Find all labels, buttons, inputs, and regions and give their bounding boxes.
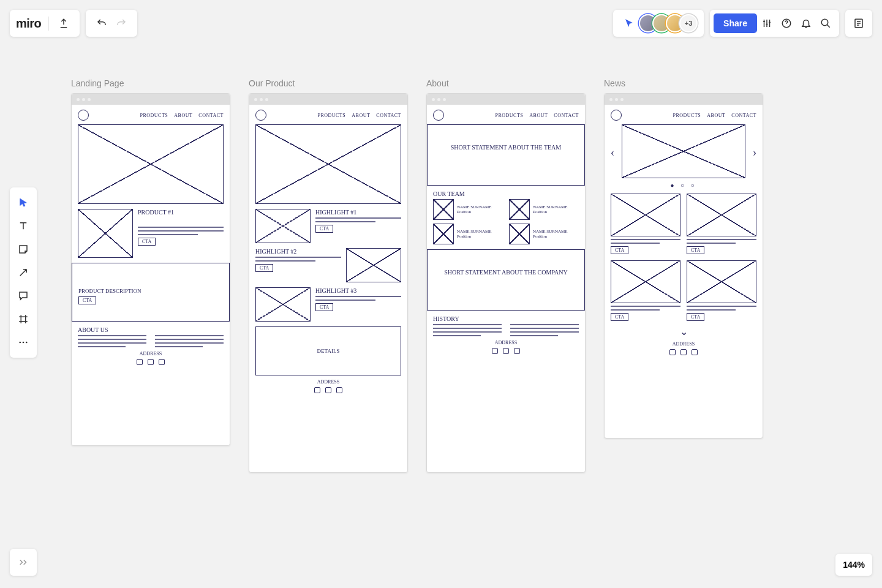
select-tool[interactable] [12, 191, 34, 214]
wireframe-news[interactable]: PRODUCTSABOUTCONTACT ‹ › ● ○ ○ CTA CTA C… [604, 93, 763, 439]
more-tools[interactable] [12, 331, 34, 354]
zoom-level[interactable]: 144% [835, 554, 872, 576]
expand-panel-button[interactable] [10, 549, 37, 576]
arrow-tool[interactable] [12, 261, 34, 284]
share-button[interactable]: Share [714, 13, 757, 33]
wf-image [78, 209, 133, 258]
wireframe-about[interactable]: PRODUCTSABOUTCONTACT SHORT STATEMENT ABO… [426, 93, 586, 473]
redo-icon[interactable] [111, 13, 131, 33]
sticky-tool[interactable] [12, 238, 34, 261]
export-icon[interactable] [54, 13, 74, 33]
chevron-down-icon: ⌄ [611, 326, 756, 337]
cursor-icon[interactable] [619, 13, 639, 33]
frame-title: About [426, 78, 586, 88]
wf-hero [78, 124, 224, 204]
notes-icon[interactable] [845, 10, 872, 37]
comment-tool[interactable] [12, 284, 34, 307]
text-tool[interactable] [12, 214, 34, 238]
settings-icon[interactable] [757, 13, 777, 33]
wireframe-product[interactable]: PRODUCTSABOUTCONTACT HIGHLIGHT #1 CTA HI… [249, 93, 408, 473]
frame-title: Landing Page [71, 78, 230, 88]
carousel-dots: ● ○ ○ [611, 182, 756, 189]
svg-point-5 [26, 342, 28, 344]
undo-icon[interactable] [92, 13, 111, 33]
tools-toolbar [10, 187, 37, 358]
app-logo[interactable]: miro [16, 17, 49, 31]
actions-panel: Share [710, 10, 839, 37]
canvas[interactable]: Landing Page PRODUCTSABOUTCONTACT PRODUC… [71, 78, 858, 473]
chevron-left-icon: ‹ [611, 146, 614, 159]
wf-nav: PRODUCTSABOUTCONTACT [140, 113, 224, 118]
help-icon[interactable] [777, 13, 796, 33]
frame-title: Our Product [249, 78, 408, 88]
frame-title: News [604, 78, 763, 88]
chevron-right-icon: › [753, 146, 756, 159]
wf-hero [255, 124, 401, 204]
search-icon[interactable] [816, 13, 835, 33]
svg-point-3 [19, 342, 21, 344]
avatar-more[interactable]: +3 [679, 14, 698, 32]
history-panel [86, 10, 137, 37]
svg-point-4 [23, 342, 24, 344]
wireframe-landing[interactable]: PRODUCTSABOUTCONTACT PRODUCT #1 CTA PROD… [71, 93, 230, 446]
wf-logo [78, 110, 89, 121]
svg-point-1 [821, 19, 828, 26]
app-panel: miro [10, 10, 80, 37]
bell-icon[interactable] [796, 13, 816, 33]
collaborators-panel: +3 [613, 10, 704, 37]
frame-tool[interactable] [12, 307, 34, 331]
